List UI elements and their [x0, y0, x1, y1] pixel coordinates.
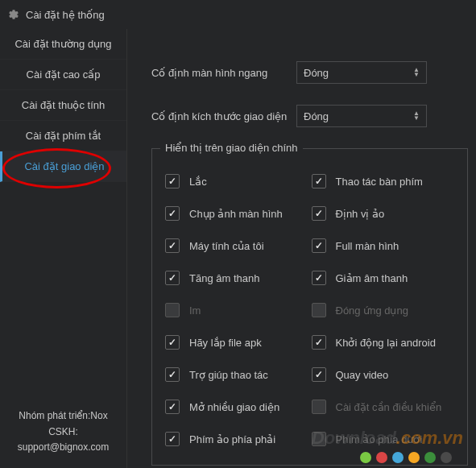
- color-dots: [360, 452, 452, 463]
- checkbox-item[interactable]: Thao tác bàn phím: [312, 165, 458, 197]
- checkbox-item[interactable]: Phím ảo phía phải: [165, 423, 312, 455]
- checkbox[interactable]: [165, 432, 180, 446]
- checkbox[interactable]: [165, 400, 180, 414]
- checkbox[interactable]: [165, 238, 180, 253]
- row-fix-landscape: Cố định màn hình ngang Đóng ▲▼: [151, 61, 468, 84]
- checkbox-item[interactable]: Giảm âm thanh: [312, 262, 458, 294]
- gear-icon: [8, 9, 19, 20]
- checkbox-label: Thao tác bàn phím: [336, 176, 423, 188]
- color-dot: [376, 452, 387, 463]
- checkbox-item[interactable]: Chụp ảnh màn hình: [165, 197, 312, 230]
- checkbox-label: Full màn hình: [336, 240, 399, 252]
- sidebar-item-shortcuts[interactable]: Cài đặt phím tắt: [0, 121, 126, 151]
- checkbox[interactable]: [165, 335, 180, 350]
- checkbox-label: Giảm âm thanh: [336, 272, 408, 284]
- checkbox[interactable]: [312, 174, 326, 188]
- fieldset-display: Hiển thị trên giao diện chính LắcThao tá…: [151, 148, 468, 466]
- checkbox[interactable]: [312, 335, 326, 350]
- checkbox-item[interactable]: Trợ giúp thao tác: [165, 358, 312, 391]
- checkbox-label: Hãy lắp file apk: [189, 337, 262, 349]
- checkbox-label: Chụp ảnh màn hình: [189, 208, 283, 220]
- sidebar-item-properties[interactable]: Cài đặt thuộc tính: [0, 90, 126, 121]
- color-dot: [392, 452, 404, 463]
- dropdown-fix-landscape[interactable]: Đóng ▲▼: [296, 61, 427, 84]
- checkbox-grid: LắcThao tác bàn phímChụp ảnh màn hìnhĐịn…: [165, 165, 457, 455]
- checkbox[interactable]: [165, 174, 180, 188]
- checkbox-item[interactable]: Im: [165, 294, 312, 326]
- checkbox-item[interactable]: Phím ảo phía dưới: [312, 423, 458, 455]
- checkbox-label: Định vị ảo: [336, 208, 385, 220]
- label-fix-landscape: Cố định màn hình ngang: [151, 67, 296, 79]
- checkbox-label: Phím ảo phía phải: [189, 433, 275, 445]
- sidebar-item-interface[interactable]: Cài đặt giao diện: [0, 151, 126, 182]
- row-fix-size: Cố định kích thước giao diện Đóng ▲▼: [151, 105, 468, 127]
- checkbox[interactable]: [312, 303, 326, 317]
- window-title: Cài đặt hệ thống: [26, 9, 105, 21]
- title-bar: Cài đặt hệ thống: [0, 0, 476, 29]
- checkbox[interactable]: [165, 367, 180, 382]
- checkbox[interactable]: [312, 400, 326, 414]
- checkbox-label: Lắc: [189, 176, 207, 188]
- label-fix-size: Cố định kích thước giao diện: [151, 110, 296, 122]
- chevron-updown-icon: ▲▼: [413, 111, 420, 121]
- content: Cố định màn hình ngang Đóng ▲▼ Cố định k…: [127, 29, 476, 468]
- checkbox-label: Im: [189, 304, 201, 317]
- checkbox[interactable]: [312, 432, 326, 446]
- color-dot: [441, 452, 452, 463]
- color-dot: [424, 452, 436, 463]
- checkbox-item[interactable]: Hãy lắp file apk: [165, 326, 312, 358]
- checkbox-item[interactable]: Đóng ứng dụng: [312, 294, 458, 326]
- checkbox-label: Khởi động lại android: [336, 337, 436, 349]
- checkbox[interactable]: [312, 238, 326, 253]
- checkbox[interactable]: [165, 303, 180, 317]
- checkbox-item[interactable]: Lắc: [165, 165, 312, 197]
- sidebar-item-advanced[interactable]: Cài đặt cao cấp: [0, 60, 126, 90]
- checkbox-item[interactable]: Quay video: [312, 358, 458, 391]
- checkbox[interactable]: [165, 206, 180, 221]
- checkbox-item[interactable]: Mở nhiều giao diện: [165, 391, 312, 423]
- checkbox-label: Máy tính của tôi: [189, 240, 264, 252]
- checkbox-item[interactable]: Tăng âm thanh: [165, 262, 312, 294]
- checkbox-item[interactable]: Cài đặt cần điều khiển: [312, 391, 458, 423]
- sidebar-item-common[interactable]: Cài đặt thường dụng: [0, 29, 126, 60]
- checkbox-label: Cài đặt cần điều khiển: [336, 401, 442, 413]
- checkbox-item[interactable]: Định vị ảo: [312, 197, 458, 230]
- chevron-updown-icon: ▲▼: [413, 68, 420, 77]
- checkbox-label: Đóng ứng dụng: [336, 304, 408, 317]
- checkbox-item[interactable]: Máy tính của tôi: [165, 230, 312, 262]
- sidebar: Cài đặt thường dụng Cài đặt cao cấp Cài …: [0, 29, 127, 468]
- checkbox[interactable]: [312, 367, 326, 382]
- checkbox-item[interactable]: Khởi động lại android: [312, 326, 458, 358]
- checkbox[interactable]: [165, 271, 180, 285]
- sidebar-footer: Nhóm phát triển:Nox CSKH: support@bignox…: [0, 400, 126, 468]
- checkbox-label: Tăng âm thanh: [189, 272, 259, 284]
- checkbox-item[interactable]: Full màn hình: [312, 230, 458, 262]
- checkbox[interactable]: [312, 206, 326, 221]
- checkbox-label: Mở nhiều giao diện: [189, 401, 279, 413]
- color-dot: [360, 452, 371, 463]
- color-dot: [408, 452, 420, 463]
- checkbox[interactable]: [312, 271, 326, 285]
- checkbox-label: Phím ảo phía dưới: [336, 433, 423, 445]
- dropdown-fix-size[interactable]: Đóng ▲▼: [296, 105, 427, 127]
- checkbox-label: Quay video: [336, 369, 389, 381]
- fieldset-legend: Hiển thị trên giao diện chính: [160, 142, 303, 154]
- checkbox-label: Trợ giúp thao tác: [189, 369, 268, 381]
